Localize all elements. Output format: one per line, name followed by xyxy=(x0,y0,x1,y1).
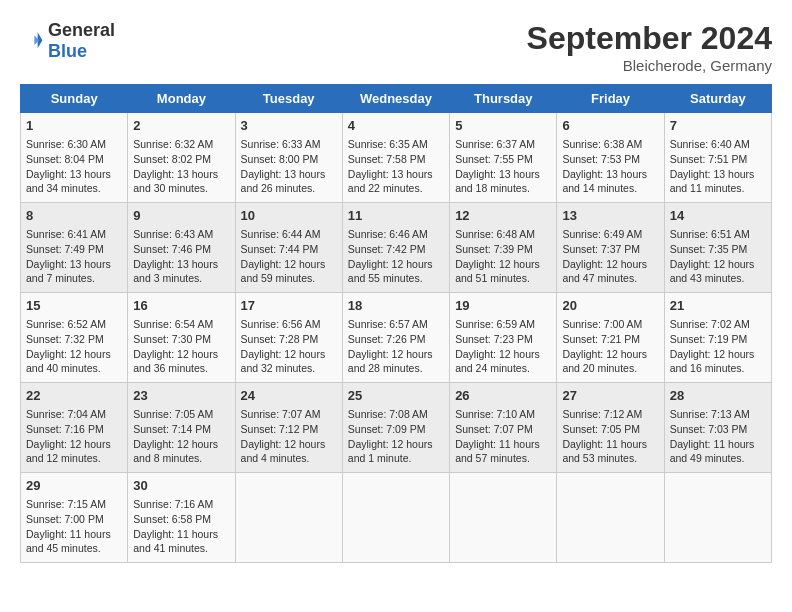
cell-content: 25Sunrise: 7:08 AMSunset: 7:09 PMDayligh… xyxy=(348,387,444,466)
table-row: 13Sunrise: 6:49 AMSunset: 7:37 PMDayligh… xyxy=(557,203,664,293)
cell-content: 2Sunrise: 6:32 AMSunset: 8:02 PMDaylight… xyxy=(133,117,229,196)
sunrise-text: Sunrise: 6:49 AM xyxy=(562,227,658,242)
table-row: 22Sunrise: 7:04 AMSunset: 7:16 PMDayligh… xyxy=(21,383,128,473)
sunset-text: Sunset: 7:14 PM xyxy=(133,422,229,437)
daylight-text: Daylight: 13 hours and 34 minutes. xyxy=(26,167,122,196)
table-row: 14Sunrise: 6:51 AMSunset: 7:35 PMDayligh… xyxy=(664,203,771,293)
col-friday: Friday xyxy=(557,85,664,113)
daylight-text: Daylight: 12 hours and 8 minutes. xyxy=(133,437,229,466)
cell-content: 15Sunrise: 6:52 AMSunset: 7:32 PMDayligh… xyxy=(26,297,122,376)
table-row: 19Sunrise: 6:59 AMSunset: 7:23 PMDayligh… xyxy=(450,293,557,383)
day-number: 28 xyxy=(670,387,766,405)
day-number: 18 xyxy=(348,297,444,315)
daylight-text: Daylight: 12 hours and 40 minutes. xyxy=(26,347,122,376)
cell-content: 4Sunrise: 6:35 AMSunset: 7:58 PMDaylight… xyxy=(348,117,444,196)
table-row: 18Sunrise: 6:57 AMSunset: 7:26 PMDayligh… xyxy=(342,293,449,383)
day-number: 24 xyxy=(241,387,337,405)
daylight-text: Daylight: 12 hours and 4 minutes. xyxy=(241,437,337,466)
day-number: 20 xyxy=(562,297,658,315)
cell-content: 5Sunrise: 6:37 AMSunset: 7:55 PMDaylight… xyxy=(455,117,551,196)
sunrise-text: Sunrise: 6:37 AM xyxy=(455,137,551,152)
cell-content: 8Sunrise: 6:41 AMSunset: 7:49 PMDaylight… xyxy=(26,207,122,286)
day-number: 16 xyxy=(133,297,229,315)
sunset-text: Sunset: 7:49 PM xyxy=(26,242,122,257)
table-row: 26Sunrise: 7:10 AMSunset: 7:07 PMDayligh… xyxy=(450,383,557,473)
cell-content: 11Sunrise: 6:46 AMSunset: 7:42 PMDayligh… xyxy=(348,207,444,286)
day-number: 25 xyxy=(348,387,444,405)
day-number: 9 xyxy=(133,207,229,225)
daylight-text: Daylight: 12 hours and 59 minutes. xyxy=(241,257,337,286)
cell-content: 7Sunrise: 6:40 AMSunset: 7:51 PMDaylight… xyxy=(670,117,766,196)
sunrise-text: Sunrise: 6:44 AM xyxy=(241,227,337,242)
sunset-text: Sunset: 8:02 PM xyxy=(133,152,229,167)
daylight-text: Daylight: 13 hours and 26 minutes. xyxy=(241,167,337,196)
sunset-text: Sunset: 7:53 PM xyxy=(562,152,658,167)
day-number: 13 xyxy=(562,207,658,225)
sunset-text: Sunset: 7:39 PM xyxy=(455,242,551,257)
cell-content: 17Sunrise: 6:56 AMSunset: 7:28 PMDayligh… xyxy=(241,297,337,376)
table-row: 7Sunrise: 6:40 AMSunset: 7:51 PMDaylight… xyxy=(664,113,771,203)
sunset-text: Sunset: 7:55 PM xyxy=(455,152,551,167)
sunrise-text: Sunrise: 6:43 AM xyxy=(133,227,229,242)
table-row: 17Sunrise: 6:56 AMSunset: 7:28 PMDayligh… xyxy=(235,293,342,383)
daylight-text: Daylight: 12 hours and 1 minute. xyxy=(348,437,444,466)
table-row xyxy=(450,473,557,563)
daylight-text: Daylight: 11 hours and 41 minutes. xyxy=(133,527,229,556)
calendar-week-row: 1Sunrise: 6:30 AMSunset: 8:04 PMDaylight… xyxy=(21,113,772,203)
col-thursday: Thursday xyxy=(450,85,557,113)
table-row: 10Sunrise: 6:44 AMSunset: 7:44 PMDayligh… xyxy=(235,203,342,293)
cell-content: 30Sunrise: 7:16 AMSunset: 6:58 PMDayligh… xyxy=(133,477,229,556)
sunset-text: Sunset: 7:58 PM xyxy=(348,152,444,167)
sunset-text: Sunset: 7:28 PM xyxy=(241,332,337,347)
title-area: September 2024 Bleicherode, Germany xyxy=(527,20,772,74)
table-row: 9Sunrise: 6:43 AMSunset: 7:46 PMDaylight… xyxy=(128,203,235,293)
cell-content: 28Sunrise: 7:13 AMSunset: 7:03 PMDayligh… xyxy=(670,387,766,466)
cell-content: 13Sunrise: 6:49 AMSunset: 7:37 PMDayligh… xyxy=(562,207,658,286)
day-number: 29 xyxy=(26,477,122,495)
table-row: 4Sunrise: 6:35 AMSunset: 7:58 PMDaylight… xyxy=(342,113,449,203)
daylight-text: Daylight: 12 hours and 43 minutes. xyxy=(670,257,766,286)
cell-content: 27Sunrise: 7:12 AMSunset: 7:05 PMDayligh… xyxy=(562,387,658,466)
sunset-text: Sunset: 7:23 PM xyxy=(455,332,551,347)
sunset-text: Sunset: 7:37 PM xyxy=(562,242,658,257)
table-row: 20Sunrise: 7:00 AMSunset: 7:21 PMDayligh… xyxy=(557,293,664,383)
daylight-text: Daylight: 11 hours and 53 minutes. xyxy=(562,437,658,466)
sunrise-text: Sunrise: 6:33 AM xyxy=(241,137,337,152)
day-number: 4 xyxy=(348,117,444,135)
sunset-text: Sunset: 8:04 PM xyxy=(26,152,122,167)
daylight-text: Daylight: 13 hours and 7 minutes. xyxy=(26,257,122,286)
day-number: 27 xyxy=(562,387,658,405)
sunrise-text: Sunrise: 6:38 AM xyxy=(562,137,658,152)
sunset-text: Sunset: 7:19 PM xyxy=(670,332,766,347)
day-number: 11 xyxy=(348,207,444,225)
cell-content: 26Sunrise: 7:10 AMSunset: 7:07 PMDayligh… xyxy=(455,387,551,466)
col-monday: Monday xyxy=(128,85,235,113)
sunrise-text: Sunrise: 6:54 AM xyxy=(133,317,229,332)
sunrise-text: Sunrise: 6:46 AM xyxy=(348,227,444,242)
sunrise-text: Sunrise: 6:48 AM xyxy=(455,227,551,242)
sunset-text: Sunset: 8:00 PM xyxy=(241,152,337,167)
cell-content: 29Sunrise: 7:15 AMSunset: 7:00 PMDayligh… xyxy=(26,477,122,556)
daylight-text: Daylight: 11 hours and 57 minutes. xyxy=(455,437,551,466)
sunrise-text: Sunrise: 7:16 AM xyxy=(133,497,229,512)
day-number: 6 xyxy=(562,117,658,135)
daylight-text: Daylight: 12 hours and 20 minutes. xyxy=(562,347,658,376)
sunset-text: Sunset: 7:05 PM xyxy=(562,422,658,437)
cell-content: 6Sunrise: 6:38 AMSunset: 7:53 PMDaylight… xyxy=(562,117,658,196)
sunrise-text: Sunrise: 7:02 AM xyxy=(670,317,766,332)
cell-content: 21Sunrise: 7:02 AMSunset: 7:19 PMDayligh… xyxy=(670,297,766,376)
sunrise-text: Sunrise: 6:30 AM xyxy=(26,137,122,152)
table-row: 15Sunrise: 6:52 AMSunset: 7:32 PMDayligh… xyxy=(21,293,128,383)
cell-content: 14Sunrise: 6:51 AMSunset: 7:35 PMDayligh… xyxy=(670,207,766,286)
daylight-text: Daylight: 12 hours and 16 minutes. xyxy=(670,347,766,376)
cell-content: 18Sunrise: 6:57 AMSunset: 7:26 PMDayligh… xyxy=(348,297,444,376)
day-number: 7 xyxy=(670,117,766,135)
cell-content: 1Sunrise: 6:30 AMSunset: 8:04 PMDaylight… xyxy=(26,117,122,196)
day-number: 10 xyxy=(241,207,337,225)
calendar-table: Sunday Monday Tuesday Wednesday Thursday… xyxy=(20,84,772,563)
sunrise-text: Sunrise: 6:57 AM xyxy=(348,317,444,332)
sunrise-text: Sunrise: 6:51 AM xyxy=(670,227,766,242)
sunrise-text: Sunrise: 7:00 AM xyxy=(562,317,658,332)
sunset-text: Sunset: 7:21 PM xyxy=(562,332,658,347)
cell-content: 22Sunrise: 7:04 AMSunset: 7:16 PMDayligh… xyxy=(26,387,122,466)
